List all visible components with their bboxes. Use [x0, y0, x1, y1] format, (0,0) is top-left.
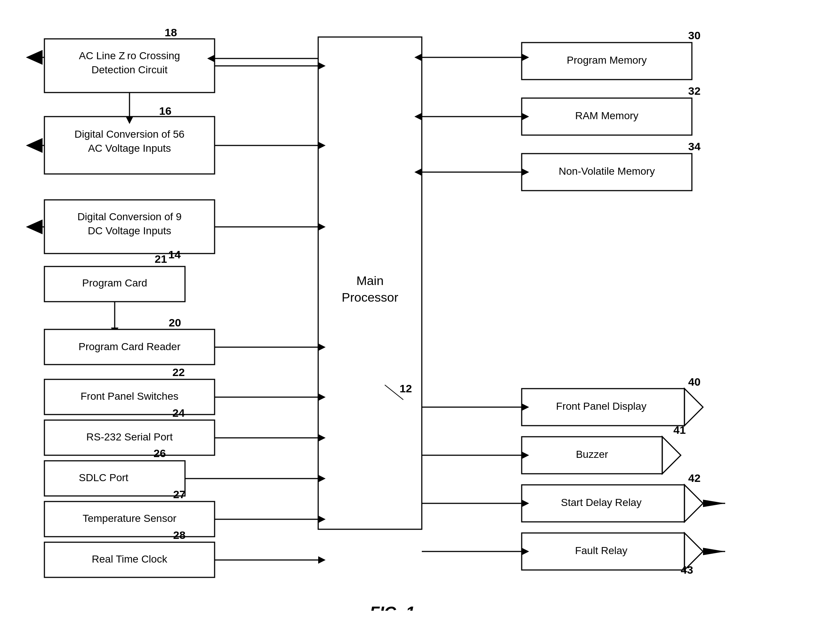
svg-text:41: 41 — [673, 424, 686, 436]
svg-text:20: 20 — [169, 316, 181, 329]
svg-marker-85 — [522, 168, 529, 176]
svg-text:Temperature Sensor: Temperature Sensor — [83, 513, 177, 524]
svg-marker-14 — [207, 55, 215, 62]
svg-text:Front Panel Switches: Front Panel Switches — [81, 391, 179, 402]
svg-marker-62 — [318, 516, 326, 523]
svg-marker-107 — [685, 533, 703, 570]
svg-text:22: 22 — [172, 366, 185, 378]
svg-marker-100 — [703, 500, 725, 507]
svg-marker-19 — [26, 138, 43, 153]
svg-text:21: 21 — [154, 253, 167, 265]
svg-marker-87 — [685, 389, 703, 426]
svg-text:Main: Main — [356, 274, 384, 288]
svg-text:AC Voltage Inputs: AC Voltage Inputs — [88, 142, 171, 154]
svg-text:Real Time Clock: Real Time Clock — [92, 553, 167, 565]
svg-marker-97 — [522, 451, 529, 459]
svg-text:16: 16 — [159, 105, 171, 117]
svg-rect-43 — [45, 379, 215, 414]
svg-text:26: 26 — [154, 447, 166, 459]
svg-text:Non-Volatile Memory: Non-Volatile Memory — [559, 166, 655, 177]
svg-marker-32 — [318, 223, 326, 231]
svg-text:Start Delay Relay: Start Delay Relay — [561, 497, 642, 508]
svg-text:32: 32 — [688, 85, 700, 97]
svg-marker-29 — [26, 220, 43, 234]
svg-text:18: 18 — [165, 26, 177, 38]
svg-rect-53 — [45, 461, 185, 496]
arrows-svg: Main Processor 12 AC Line Z ro Crossing … — [22, 19, 809, 611]
svg-text:Processor: Processor — [342, 290, 398, 304]
svg-rect-86 — [522, 389, 685, 426]
diagram: Main Processor 12 AC Line Z ro Crossing … — [22, 19, 809, 611]
svg-rect-33 — [45, 266, 185, 302]
svg-rect-63 — [45, 542, 215, 577]
svg-text:Front Panel Display: Front Panel Display — [556, 400, 646, 412]
svg-rect-58 — [45, 502, 215, 537]
svg-text:Detection Circuit: Detection Circuit — [91, 64, 167, 75]
svg-rect-0 — [318, 37, 422, 529]
svg-text:Program Card Reader: Program Card Reader — [78, 341, 180, 352]
svg-marker-72 — [414, 54, 422, 61]
svg-marker-108 — [703, 548, 725, 555]
svg-text:30: 30 — [688, 29, 700, 41]
svg-marker-57 — [318, 475, 326, 482]
svg-marker-73 — [522, 54, 529, 61]
svg-text:14: 14 — [168, 248, 181, 261]
svg-rect-48 — [45, 420, 215, 455]
svg-text:28: 28 — [173, 529, 185, 541]
svg-marker-113 — [522, 548, 529, 555]
svg-text:Program Card: Program Card — [82, 277, 147, 289]
svg-rect-98 — [522, 485, 685, 522]
svg-text:Fault Relay: Fault Relay — [575, 545, 627, 556]
svg-text:RS-232 Serial Port: RS-232 Serial Port — [86, 431, 173, 443]
svg-text:42: 42 — [688, 472, 700, 484]
svg-marker-12 — [318, 62, 326, 70]
svg-marker-84 — [414, 168, 422, 176]
svg-marker-67 — [318, 556, 326, 564]
svg-rect-5 — [45, 39, 215, 92]
svg-text:24: 24 — [172, 407, 185, 419]
svg-text:34: 34 — [688, 140, 701, 153]
svg-text:27: 27 — [173, 488, 185, 501]
svg-rect-38 — [45, 329, 215, 365]
svg-text:RAM Memory: RAM Memory — [575, 110, 638, 121]
svg-text:Buzzer: Buzzer — [576, 449, 608, 460]
svg-marker-93 — [662, 437, 681, 474]
svg-text:AC Line Z ro Crossing: AC Line Z ro Crossing — [79, 50, 180, 61]
fig-label: FIG. 1 — [369, 603, 415, 611]
svg-marker-52 — [318, 434, 326, 442]
svg-line-4 — [385, 385, 403, 400]
svg-marker-42 — [318, 343, 326, 351]
svg-text:40: 40 — [688, 376, 700, 388]
svg-rect-106 — [522, 533, 685, 570]
svg-marker-37 — [111, 328, 118, 335]
svg-text:Digital Conversion of 9: Digital Conversion of 9 — [77, 211, 181, 222]
svg-text:43: 43 — [681, 564, 693, 576]
svg-text:Digital Conversion of 56: Digital Conversion of 56 — [74, 128, 184, 140]
svg-rect-74 — [522, 98, 692, 135]
svg-text:DC Voltage Inputs: DC Voltage Inputs — [88, 225, 171, 236]
svg-marker-24 — [126, 116, 133, 124]
svg-text:12: 12 — [400, 383, 412, 395]
svg-text:SDLC Port: SDLC Port — [79, 472, 128, 483]
svg-rect-92 — [522, 437, 662, 474]
svg-text:Program Memory: Program Memory — [567, 54, 647, 66]
svg-marker-78 — [414, 113, 422, 120]
svg-marker-99 — [685, 485, 703, 522]
svg-marker-22 — [318, 142, 326, 149]
svg-rect-25 — [45, 200, 215, 253]
svg-marker-9 — [26, 50, 43, 65]
svg-marker-79 — [522, 113, 529, 120]
svg-rect-15 — [45, 116, 215, 174]
svg-marker-91 — [522, 403, 529, 411]
svg-marker-47 — [318, 394, 326, 401]
svg-marker-105 — [522, 500, 529, 507]
svg-rect-68 — [522, 43, 692, 80]
svg-rect-80 — [522, 154, 692, 191]
